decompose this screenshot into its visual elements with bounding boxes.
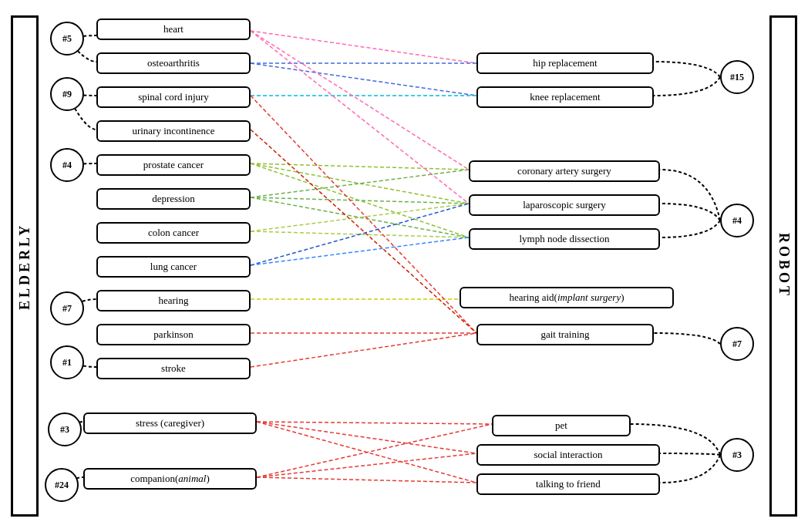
node-urinary: urinary incontinence xyxy=(96,120,251,142)
node-coronary: coronary artery surgery xyxy=(469,160,660,182)
svg-line-6 xyxy=(251,163,469,204)
node-colon: colon cancer xyxy=(96,222,251,244)
svg-line-26 xyxy=(251,31,469,204)
node-lymph-node: lymph node dissection xyxy=(469,228,660,250)
svg-line-7 xyxy=(251,163,469,237)
node-talking-friend: talking to friend xyxy=(476,473,660,495)
node-heart: heart xyxy=(96,19,251,40)
svg-line-20 xyxy=(257,422,476,453)
node-stress: stress (caregiver) xyxy=(83,412,257,434)
circle-3-right: #3 xyxy=(720,438,754,472)
node-lung: lung cancer xyxy=(96,256,251,278)
svg-line-23 xyxy=(257,453,476,477)
node-depression: depression xyxy=(96,188,251,210)
main-container: ELDERLY ROBOT #5 #9 #4 #7 #1 #3 #24 #15 … xyxy=(0,0,808,532)
node-stroke: stroke xyxy=(96,358,251,379)
node-spinal-cord: spinal cord injury xyxy=(96,86,251,108)
right-label: ROBOT xyxy=(769,15,797,517)
svg-line-4 xyxy=(251,31,469,170)
svg-line-0 xyxy=(251,31,476,63)
circle-15: #15 xyxy=(720,60,754,94)
circle-3-left: #3 xyxy=(48,412,82,446)
node-companion: companion(animal) xyxy=(83,468,257,490)
svg-line-16 xyxy=(251,96,476,333)
svg-line-19 xyxy=(257,422,492,424)
circle-5: #5 xyxy=(50,22,84,56)
circle-4-left: #4 xyxy=(50,148,84,182)
circle-1: #1 xyxy=(50,345,84,379)
svg-line-18 xyxy=(251,130,476,333)
node-hearing-aid: hearing aid(implant surgery) xyxy=(460,287,674,308)
circle-24: #24 xyxy=(45,468,79,502)
node-osteoarthritis: osteoarthritis xyxy=(96,52,251,74)
svg-line-24 xyxy=(257,477,476,483)
svg-line-8 xyxy=(251,170,469,197)
svg-line-21 xyxy=(257,422,476,483)
node-prostate: prostate cancer xyxy=(96,154,251,176)
node-hearing: hearing xyxy=(96,290,251,311)
svg-line-12 xyxy=(251,231,469,237)
svg-line-17 xyxy=(251,333,476,367)
svg-line-13 xyxy=(251,237,469,265)
svg-line-11 xyxy=(251,204,469,231)
svg-line-10 xyxy=(251,197,469,237)
svg-line-5 xyxy=(251,163,469,170)
node-knee-replacement: knee replacement xyxy=(476,86,654,108)
circle-9: #9 xyxy=(50,77,84,111)
node-laparoscopic: laparoscopic surgery xyxy=(469,194,660,216)
circle-7-right: #7 xyxy=(720,327,754,361)
circle-4-right: #4 xyxy=(720,204,754,237)
circle-7-left: #7 xyxy=(50,291,84,325)
svg-line-22 xyxy=(257,424,492,477)
node-social-interaction: social interaction xyxy=(476,444,660,466)
node-hip-replacement: hip replacement xyxy=(476,52,654,74)
left-label: ELDERLY xyxy=(11,15,39,517)
node-parkinson: parkinson xyxy=(96,324,251,345)
svg-line-9 xyxy=(251,197,469,204)
node-pet: pet xyxy=(492,415,631,436)
svg-line-2 xyxy=(251,63,476,96)
svg-line-25 xyxy=(251,204,469,265)
node-gait-training: gait training xyxy=(476,324,654,345)
